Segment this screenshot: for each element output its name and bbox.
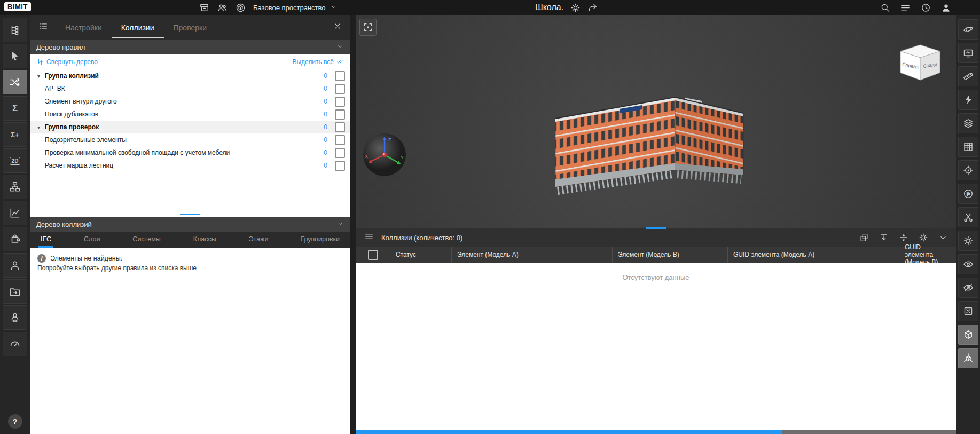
tab-settings[interactable]: Настройки xyxy=(56,17,112,38)
eye-off-icon[interactable] xyxy=(958,278,978,298)
rule-checkbox[interactable] xyxy=(335,148,345,158)
column-guid-b[interactable]: GUID элемента (Модель B) xyxy=(899,247,956,263)
close-icon[interactable] xyxy=(325,22,350,33)
rule-checkbox[interactable] xyxy=(335,109,345,120)
axis-gizmo[interactable]: Z Y X xyxy=(362,132,407,177)
rule-checkbox[interactable] xyxy=(335,161,345,171)
cube-axes-icon[interactable] xyxy=(958,348,978,368)
rule-row[interactable]: Поиск дубликатов 0 xyxy=(30,108,350,121)
rule-row[interactable]: Проверка минимальной свободной площади с… xyxy=(30,146,350,159)
grid-plane-icon[interactable] xyxy=(958,137,978,157)
column-element-b[interactable]: Элемент (Модель B) xyxy=(612,247,727,263)
subtab-groupings[interactable]: Группировки xyxy=(299,232,342,248)
rules-tree-header[interactable]: Дерево правил xyxy=(30,40,350,54)
user-icon[interactable] xyxy=(3,253,27,278)
gear-icon[interactable] xyxy=(918,232,929,243)
rule-row[interactable]: Расчет марша лестниц 0 xyxy=(30,159,350,172)
right-tool-rail: P xyxy=(956,15,980,434)
chevron-down-icon[interactable]: ▾ xyxy=(37,73,45,79)
plugins-puzzle-icon[interactable] xyxy=(3,227,27,251)
chart-icon[interactable] xyxy=(3,201,27,225)
align-center-icon[interactable] xyxy=(898,232,909,243)
users-icon[interactable] xyxy=(217,2,228,13)
cube-icon[interactable] xyxy=(958,325,978,345)
user-location-icon[interactable] xyxy=(3,305,27,330)
settings-gear-icon[interactable] xyxy=(958,231,978,251)
panel-resize-handle[interactable] xyxy=(180,214,200,215)
horizontal-scrollbar[interactable] xyxy=(356,430,956,434)
select-all-checkbox[interactable] xyxy=(368,250,378,260)
copy-compare-icon[interactable] xyxy=(859,232,869,243)
rule-checkbox[interactable] xyxy=(335,71,345,81)
chevron-down-icon[interactable]: ▾ xyxy=(37,124,45,130)
collisions-tool-icon[interactable] xyxy=(3,70,27,94)
select-all-button[interactable]: Выделить всё xyxy=(292,58,344,66)
panel-divider[interactable] xyxy=(350,15,356,434)
viewport-3d[interactable]: Справа Сзади Z Y X xyxy=(356,15,956,434)
table-menu-icon[interactable] xyxy=(356,232,381,243)
rule-group-row[interactable]: ▾ Группа проверок 0 xyxy=(30,121,350,133)
subtab-layers[interactable]: Слои xyxy=(82,232,102,248)
rule-row[interactable]: Элемент внтури другого 0 xyxy=(30,95,350,108)
structure-icon[interactable] xyxy=(3,175,27,199)
sum-icon[interactable]: Σ xyxy=(3,96,27,121)
fit-view-button[interactable] xyxy=(359,19,377,36)
rule-checkbox[interactable] xyxy=(335,122,345,132)
gear-icon[interactable] xyxy=(570,2,581,13)
screen-view-icon[interactable] xyxy=(958,43,978,63)
subtab-systems[interactable]: Системы xyxy=(130,232,162,248)
focus-target-icon[interactable] xyxy=(958,160,978,180)
collapse-tree-button[interactable]: Свернуть дерево xyxy=(36,58,98,66)
sum-plus-icon[interactable]: Σ+ xyxy=(3,122,27,147)
collapse-panel-chevron-icon[interactable] xyxy=(938,232,948,243)
column-guid-a[interactable]: GUID элемента (Модель А) xyxy=(727,247,899,263)
rule-row[interactable]: Подозрительные элементы 0 xyxy=(30,133,350,146)
user-avatar-icon[interactable] xyxy=(940,2,951,13)
axis-x-label: X xyxy=(365,154,368,159)
workspace-selector[interactable]: Базовое пространство xyxy=(253,3,338,12)
2d-view-icon[interactable]: 2D xyxy=(3,148,27,173)
scrollbar-thumb[interactable] xyxy=(356,430,782,434)
rule-count: 0 xyxy=(324,111,327,118)
search-icon[interactable] xyxy=(880,2,890,13)
collision-tree-empty-state: i Элементы не найдены. Попробуйте выбрат… xyxy=(30,248,350,434)
ruler-icon[interactable] xyxy=(958,66,978,86)
eye-icon[interactable] xyxy=(958,254,978,274)
share-icon[interactable] xyxy=(587,2,598,13)
orbit-icon[interactable] xyxy=(958,19,978,40)
tab-checks[interactable]: Проверки xyxy=(164,17,216,38)
rule-group-row[interactable]: ▾ Группа коллизий 0 xyxy=(30,69,350,82)
panel-menu-icon[interactable] xyxy=(30,21,56,33)
download-icon[interactable] xyxy=(879,232,889,243)
rule-checkbox[interactable] xyxy=(335,84,345,94)
tab-collisions[interactable]: Коллизии xyxy=(112,17,164,38)
list-menu-icon[interactable] xyxy=(900,2,911,13)
rule-checkbox[interactable] xyxy=(335,135,345,145)
archive-box-icon[interactable] xyxy=(199,2,209,13)
shared-folder-icon[interactable] xyxy=(3,279,27,304)
cube-circle-icon[interactable] xyxy=(235,2,246,13)
history-clock-icon[interactable] xyxy=(920,2,931,13)
collision-tree-header[interactable]: Дерево коллизий xyxy=(30,217,350,232)
column-element-a[interactable]: Элемент (Модель А) xyxy=(451,247,612,263)
subtab-ifc[interactable]: IFC xyxy=(38,232,53,248)
dashboard-gauge-icon[interactable] xyxy=(3,332,27,356)
help-button[interactable]: ? xyxy=(8,414,22,429)
lightning-icon[interactable] xyxy=(958,90,978,110)
select-cursor-icon[interactable] xyxy=(3,44,27,68)
scissors-cut-icon[interactable] xyxy=(958,207,978,227)
rule-count: 0 xyxy=(324,136,327,144)
parking-icon[interactable]: P xyxy=(958,184,978,204)
rule-checkbox[interactable] xyxy=(335,97,345,107)
layers-section-icon[interactable] xyxy=(958,113,978,133)
view-cube[interactable]: Справа Сзади xyxy=(896,41,944,83)
rule-row[interactable]: АР_ВК 0 xyxy=(30,82,350,95)
subtab-floors[interactable]: Этажи xyxy=(247,232,271,248)
close-square-icon[interactable] xyxy=(958,301,978,321)
collisions-table-panel: Коллизии (количество: 0) xyxy=(356,228,956,434)
subtab-classes[interactable]: Классы xyxy=(191,232,218,248)
project-title: Школа. xyxy=(535,3,563,12)
model-tree-icon[interactable] xyxy=(3,18,27,42)
column-status[interactable]: Статус xyxy=(390,247,451,263)
bottom-panel-resize-handle[interactable] xyxy=(646,227,666,229)
